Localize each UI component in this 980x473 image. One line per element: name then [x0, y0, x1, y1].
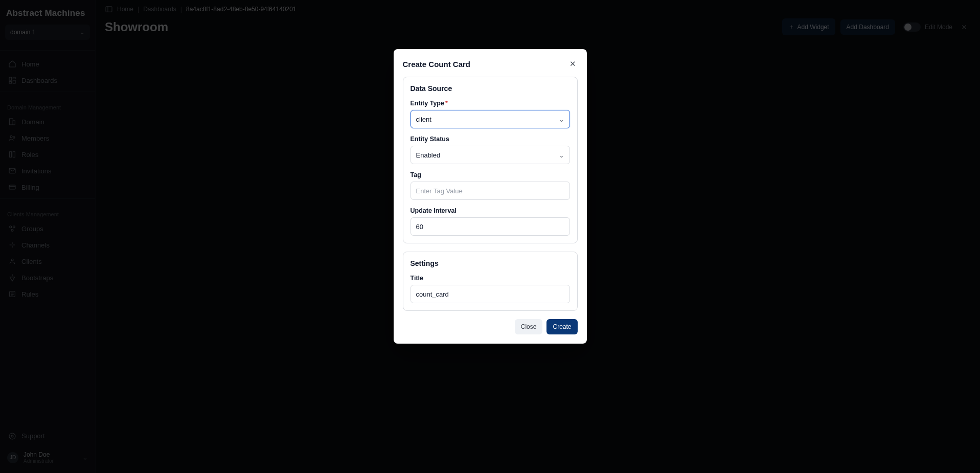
chevron-down-icon: ⌄	[559, 151, 564, 159]
entity-type-select[interactable]: client ⌄	[411, 110, 570, 128]
entity-type-label-text: Entity Type	[411, 100, 444, 107]
settings-title: Settings	[411, 259, 570, 267]
entity-status-value: Enabled	[416, 151, 441, 159]
create-button[interactable]: Create	[546, 319, 577, 334]
data-source-title: Data Source	[411, 84, 570, 93]
modal-overlay: Create Count Card ✕ Data Source Entity T…	[0, 0, 980, 473]
title-input[interactable]	[411, 285, 570, 303]
title-label: Title	[411, 275, 570, 282]
entity-status-select[interactable]: Enabled ⌄	[411, 146, 570, 164]
entity-type-label: Entity Type*	[411, 100, 570, 107]
settings-group: Settings Title	[403, 252, 578, 311]
entity-type-value: client	[416, 116, 431, 123]
update-interval-label: Update Interval	[411, 207, 570, 214]
modal-close-button[interactable]: ✕	[566, 58, 578, 70]
tag-label: Tag	[411, 171, 570, 178]
button-label: Close	[521, 323, 537, 330]
modal-title: Create Count Card	[403, 60, 471, 69]
chevron-down-icon: ⌄	[559, 116, 564, 123]
tag-input[interactable]	[411, 182, 570, 200]
data-source-group: Data Source Entity Type* client ⌄ Entity…	[403, 77, 578, 243]
update-interval-input[interactable]	[411, 217, 570, 236]
close-button[interactable]: Close	[515, 319, 543, 334]
create-count-card-modal: Create Count Card ✕ Data Source Entity T…	[394, 49, 587, 344]
required-indicator: *	[445, 100, 448, 107]
button-label: Create	[553, 323, 571, 330]
close-icon: ✕	[569, 59, 576, 68]
entity-status-label: Entity Status	[411, 136, 570, 143]
